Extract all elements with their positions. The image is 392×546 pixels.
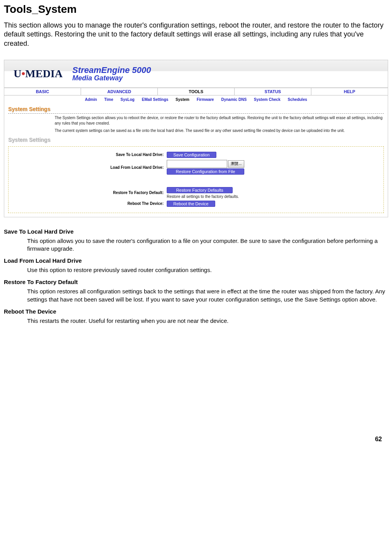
- tab-basic[interactable]: BASIC: [4, 88, 81, 95]
- product-name: StreamEngine 5000: [73, 66, 151, 75]
- router-ui-screenshot: U•MEDIA StreamEngine 5000 Media Gateway …: [4, 60, 388, 217]
- system-settings-panel: Save To Local Hard Drive: Save Configura…: [8, 146, 384, 213]
- def-desc-restore: This option restores all configuration s…: [27, 288, 388, 303]
- section-heading-1: System Settings: [4, 104, 388, 113]
- restore-factory-hint: Restore all settings to the factory defa…: [167, 194, 239, 199]
- section-blurb-1: The System Settings section allows you t…: [4, 114, 388, 127]
- subnav-system[interactable]: System: [173, 97, 193, 102]
- section-blurb-2: The current system settings can be saved…: [4, 127, 388, 134]
- restore-from-file-button[interactable]: Restore Configuration from File: [167, 168, 244, 175]
- tab-tools[interactable]: TOOLS: [158, 88, 235, 95]
- reboot-device-button[interactable]: Reboot the Device: [167, 201, 215, 207]
- def-term-save: Save To Local Hard Drive: [4, 228, 388, 235]
- def-term-load: Load From Local Hard Drive: [4, 257, 388, 264]
- subnav-system-check[interactable]: System Check: [251, 97, 283, 102]
- label-reboot: Reboot The Device:: [9, 201, 167, 206]
- definitions-list: Save To Local Hard Drive This option all…: [4, 228, 388, 325]
- save-configuration-button[interactable]: Save Configuration: [167, 152, 216, 158]
- umedia-logo: U•MEDIA: [14, 68, 63, 80]
- main-tabs: BASIC ADVANCED TOOLS STATUS HELP: [4, 88, 388, 95]
- browse-button[interactable]: 瀏覽...: [228, 160, 244, 168]
- subnav-time[interactable]: Time: [101, 97, 116, 102]
- intro-paragraph: This section allows you to manage the ro…: [4, 21, 384, 48]
- brand-header: U•MEDIA StreamEngine 5000 Media Gateway: [4, 60, 388, 88]
- tab-advanced[interactable]: ADVANCED: [81, 88, 158, 95]
- def-desc-reboot: This restarts the router. Useful for res…: [27, 317, 388, 325]
- logo-media: MEDIA: [25, 68, 62, 80]
- section-heading-2: System Settings: [4, 134, 388, 144]
- tab-status[interactable]: STATUS: [235, 88, 311, 95]
- def-desc-load: Use this option to restore previously sa…: [27, 266, 388, 274]
- subnav-email-settings[interactable]: EMail Settings: [139, 97, 171, 102]
- product-subtitle: Media Gateway: [73, 75, 151, 82]
- sub-nav: Admin Time SysLog EMail Settings System …: [4, 95, 388, 104]
- label-save-local: Save To Local Hard Drive:: [9, 153, 167, 157]
- logo-dot-icon: •: [21, 68, 25, 80]
- label-restore-factory: Restore To Factory Default:: [9, 191, 167, 195]
- subnav-syslog[interactable]: SysLog: [117, 97, 138, 102]
- subnav-dynamic-dns[interactable]: Dynamic DNS: [218, 97, 250, 102]
- restore-factory-defaults-button[interactable]: Restore Factory Defaults: [167, 187, 233, 193]
- subnav-schedules[interactable]: Schedules: [285, 97, 310, 102]
- subnav-admin[interactable]: Admin: [82, 97, 100, 102]
- label-load-local: Load From Local Hard Drive:: [9, 165, 167, 170]
- def-term-reboot: Reboot The Device: [4, 308, 388, 315]
- page-number: 62: [375, 436, 382, 443]
- tab-help[interactable]: HELP: [311, 88, 388, 95]
- subnav-firmware[interactable]: Firmware: [193, 97, 217, 102]
- page-title: Tools_System: [4, 3, 388, 16]
- def-desc-save: This option allows you to save the route…: [27, 237, 388, 253]
- config-file-input[interactable]: [167, 160, 227, 168]
- def-term-restore: Restore To Factory Default: [4, 279, 388, 285]
- logo-u: U: [14, 68, 21, 80]
